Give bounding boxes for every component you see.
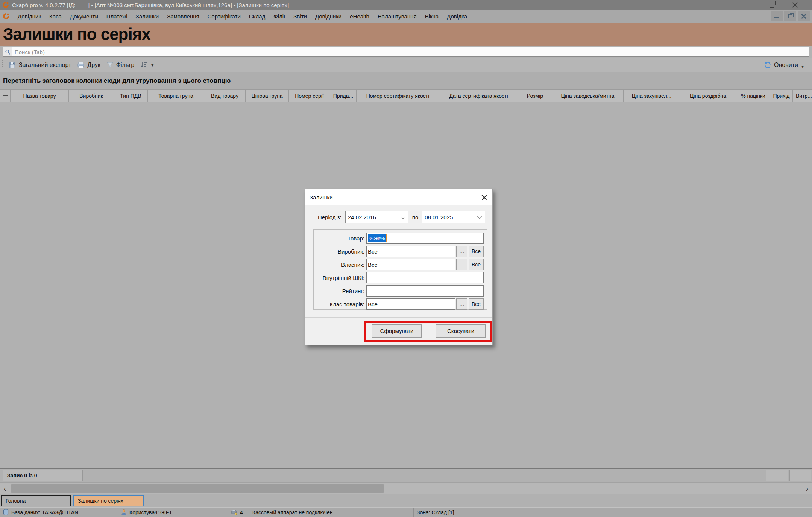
- menu-item[interactable]: eHealth: [346, 11, 373, 22]
- internal-code-label: Внутрішній ШКІ:: [314, 275, 366, 281]
- mdi-close-button[interactable]: [798, 11, 810, 21]
- refresh-button[interactable]: Оновити ▾: [761, 59, 807, 71]
- column-header[interactable]: Товарна група: [148, 90, 204, 102]
- menu-item[interactable]: Звіти: [289, 11, 311, 22]
- menu-item[interactable]: Замовлення: [163, 11, 203, 22]
- dialog-close-button[interactable]: [476, 189, 492, 205]
- menu-item[interactable]: Філії: [269, 11, 289, 22]
- manufacturer-all-button[interactable]: Все: [469, 246, 484, 257]
- export-button[interactable]: Загальний експорт: [6, 60, 74, 70]
- minimize-button[interactable]: [742, 1, 755, 9]
- manufacturer-more-button[interactable]: …: [456, 246, 467, 257]
- owner-row: Власник: Все … Все: [314, 259, 484, 270]
- tab-home[interactable]: Головна: [1, 495, 71, 506]
- mdi-minimize-button[interactable]: [771, 11, 783, 21]
- toolbar-grip[interactable]: [2, 60, 3, 70]
- stock-filter-dialog: Залишки Період з: 24.02.2016 по 08.01.20…: [305, 189, 493, 345]
- column-header[interactable]: Прида...: [330, 90, 357, 102]
- menu-item[interactable]: Довідка: [443, 11, 471, 22]
- column-header[interactable]: Ціна заводська/митна: [552, 90, 624, 102]
- column-header[interactable]: Прихід: [770, 90, 793, 102]
- product-label: Товар:: [314, 235, 366, 242]
- column-header[interactable]: Номер сертифікату якості: [357, 90, 439, 102]
- column-header[interactable]: Ціна закупівел...: [624, 90, 680, 102]
- rating-input[interactable]: [366, 285, 484, 297]
- tabs-bar: Головна Залишки по серіях: [0, 494, 812, 507]
- menu-item[interactable]: Платежі: [102, 11, 132, 22]
- tab-zalyshky-po-seriakh[interactable]: Залишки по серіях: [73, 495, 144, 506]
- cancel-button[interactable]: Скасувати: [436, 324, 486, 338]
- close-button[interactable]: [789, 1, 801, 9]
- window-controls: [742, 1, 801, 9]
- titlebar: Скарб pro v. 4.0.2.77 [ІД: ] - [Апт №003…: [0, 0, 812, 10]
- page-banner: Залишки по серіях: [0, 23, 812, 46]
- statusbar: База даних: TASA3@TITAN Користувач: GIFT…: [0, 507, 812, 517]
- search-icon: [3, 47, 12, 56]
- owner-label: Власник:: [314, 262, 366, 268]
- menu-item[interactable]: Вікна: [421, 11, 443, 22]
- app-logo-icon: [2, 1, 9, 9]
- menu-item[interactable]: Документи: [66, 11, 102, 22]
- close-icon: [801, 14, 806, 19]
- menu-item[interactable]: Каса: [45, 11, 66, 22]
- chevron-down-icon: ▾: [151, 62, 153, 68]
- row-indicator-header[interactable]: [0, 90, 11, 102]
- menu-item[interactable]: Склад: [245, 11, 269, 22]
- sort-list-icon: [140, 61, 148, 69]
- menu-item[interactable]: Налаштування: [373, 11, 421, 22]
- scroll-left-button[interactable]: ‹: [0, 483, 10, 494]
- owner-all-button[interactable]: Все: [469, 259, 484, 270]
- column-header[interactable]: Виробник: [69, 90, 114, 102]
- product-class-all-button[interactable]: Все: [469, 298, 484, 310]
- product-input[interactable]: %Эк%: [366, 233, 484, 244]
- submit-button[interactable]: Сформувати: [372, 324, 422, 338]
- dialog-footer: Сформувати Скасувати: [305, 317, 492, 345]
- scrollbar-thumb[interactable]: [11, 484, 384, 493]
- column-header[interactable]: Цінова група: [246, 90, 289, 102]
- menu: ДовідникКасаДокументиПлатежіЗалишкиЗамов…: [14, 11, 771, 22]
- manufacturer-input[interactable]: Все: [366, 246, 455, 257]
- period-to-select[interactable]: 08.01.2025: [422, 211, 485, 223]
- product-class-label: Клас товарів:: [314, 301, 366, 307]
- dialog-title: Залишки: [310, 194, 333, 201]
- close-icon: [792, 2, 798, 8]
- scroll-right-button[interactable]: ›: [802, 483, 812, 494]
- column-options-button[interactable]: ▾: [137, 60, 156, 70]
- print-button[interactable]: Друк: [74, 60, 103, 70]
- menu-item[interactable]: Довідник: [14, 11, 45, 22]
- restore-button[interactable]: [765, 1, 778, 9]
- record-status-row: Запис 0 із 0: [0, 468, 812, 482]
- filter-button[interactable]: Фільтр: [103, 60, 137, 70]
- column-header[interactable]: Тип ПДВ: [114, 90, 148, 102]
- selected-text: %Эк%: [368, 234, 387, 242]
- owner-more-button[interactable]: …: [456, 259, 467, 270]
- menubar: ДовідникКасаДокументиПлатежіЗалишкиЗамов…: [0, 10, 812, 23]
- period-from-select[interactable]: 24.02.2016: [345, 211, 408, 223]
- column-header[interactable]: Назва товару: [11, 90, 69, 102]
- product-class-more-button[interactable]: …: [456, 298, 467, 310]
- internal-code-input[interactable]: [366, 272, 484, 283]
- app-logo-icon: [2, 12, 10, 20]
- search-input[interactable]: [12, 49, 809, 55]
- menu-item[interactable]: Залишки: [132, 11, 163, 22]
- column-header[interactable]: Ціна роздрібна: [680, 90, 736, 102]
- horizontal-scrollbar[interactable]: ‹ ›: [0, 482, 812, 494]
- column-header[interactable]: Дата сертифіката якості: [439, 90, 518, 102]
- column-header[interactable]: % націнки: [736, 90, 770, 102]
- column-header[interactable]: Розмір: [518, 90, 552, 102]
- statusbar-zone: Зона: Склад [1]: [414, 508, 639, 517]
- product-class-input[interactable]: Все: [366, 298, 455, 310]
- statusbar-cash-register: Кассовый аппарат не подключен: [249, 508, 414, 517]
- owner-input[interactable]: Все: [366, 259, 455, 270]
- dialog-titlebar: Залишки: [305, 189, 492, 205]
- filters-groupbox: Товар: %Эк% Виробник: Все … Все Власник:…: [313, 229, 487, 310]
- group-by-zone[interactable]: Перетягніть заголовок колонки сюди для у…: [0, 72, 812, 90]
- mdi-restore-button[interactable]: [784, 11, 796, 21]
- status-panel: [766, 470, 788, 481]
- column-header[interactable]: Вид товару: [204, 90, 246, 102]
- menu-item[interactable]: Довідники: [311, 11, 346, 22]
- menu-item[interactable]: Сертифікати: [203, 11, 245, 22]
- column-header[interactable]: Номер серії: [289, 90, 330, 102]
- column-header[interactable]: Витр...: [793, 90, 812, 102]
- restore-icon: [788, 14, 792, 18]
